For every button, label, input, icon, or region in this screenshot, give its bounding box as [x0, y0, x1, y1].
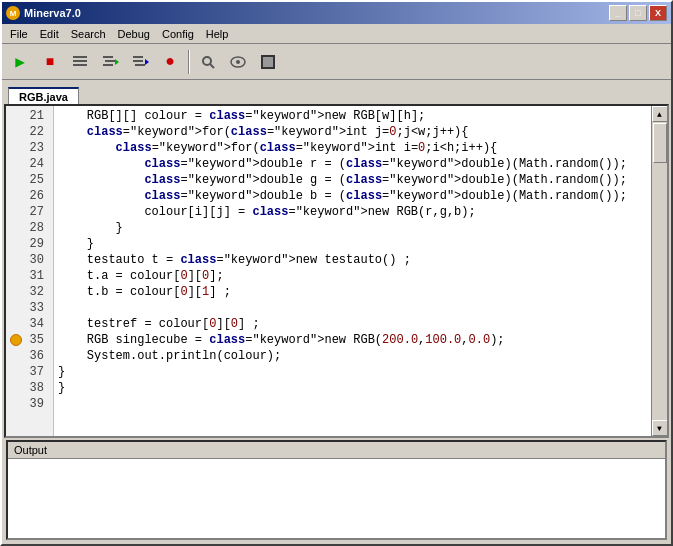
- output-panel: Output: [6, 440, 667, 540]
- title-bar-left: M Minerva7.0: [6, 6, 81, 20]
- app-icon: M: [6, 6, 20, 20]
- code-area: 21 22 23 24 25 26 27 28 29 30: [6, 106, 651, 436]
- code-line: t.b = colour[0][1] ;: [58, 284, 647, 300]
- line-number-row: 32: [6, 284, 53, 300]
- output-label: Output: [14, 444, 47, 456]
- toolbar: ▶ ■ ●: [2, 44, 671, 80]
- toolbar-separator-1: [188, 50, 190, 74]
- main-window: M Minerva7.0 _ □ X File Edit Search Debu…: [0, 0, 673, 546]
- line-number-row: 33: [6, 300, 53, 316]
- menu-edit[interactable]: Edit: [34, 26, 65, 42]
- line-number-row: 25: [6, 172, 53, 188]
- line-number-row: 26: [6, 188, 53, 204]
- svg-rect-10: [133, 60, 143, 62]
- code-line: t.a = colour[0][0];: [58, 268, 647, 284]
- editor-wrapper: RGB.java 21 22 23 24 25: [4, 82, 669, 438]
- menu-bar: File Edit Search Debug Config Help: [2, 24, 671, 44]
- line-number-row: 38: [6, 380, 53, 396]
- line-number-row: 29: [6, 236, 53, 252]
- window-title: Minerva7.0: [24, 7, 81, 19]
- code-line: class="keyword">double b = (class="keywo…: [58, 188, 647, 204]
- line-number-row: 31: [6, 268, 53, 284]
- svg-marker-8: [115, 59, 119, 65]
- svg-line-14: [210, 64, 214, 68]
- menu-help[interactable]: Help: [200, 26, 235, 42]
- line-number-row: 35: [6, 332, 53, 348]
- line-number-row: 34: [6, 316, 53, 332]
- svg-rect-5: [103, 56, 113, 58]
- svg-rect-4: [73, 64, 87, 66]
- minimize-button[interactable]: _: [609, 5, 627, 21]
- run-button[interactable]: ▶: [6, 48, 34, 76]
- code-line: testref = colour[0][0] ;: [58, 316, 647, 332]
- code-line: System.out.println(colour);: [58, 348, 647, 364]
- editor-container[interactable]: 21 22 23 24 25 26 27 28 29 30: [4, 104, 669, 438]
- output-content: [8, 459, 665, 535]
- line-number-row: 37: [6, 364, 53, 380]
- svg-rect-2: [73, 56, 87, 58]
- svg-rect-18: [263, 57, 273, 67]
- code-line: class="keyword">for(class="keyword">int …: [58, 124, 647, 140]
- code-line: RGB[][] colour = class="keyword">new RGB…: [58, 108, 647, 124]
- tab-bar: RGB.java: [4, 82, 669, 104]
- code-line: }: [58, 236, 647, 252]
- main-content: RGB.java 21 22 23 24 25: [2, 80, 671, 544]
- svg-rect-3: [73, 60, 87, 62]
- maximize-button[interactable]: □: [629, 5, 647, 21]
- stop-button[interactable]: ■: [36, 48, 64, 76]
- step-out-button[interactable]: [126, 48, 154, 76]
- search-toolbar-button[interactable]: [194, 48, 222, 76]
- code-line: testauto t = class="keyword">new testaut…: [58, 252, 647, 268]
- svg-rect-11: [135, 64, 145, 66]
- svg-point-13: [203, 57, 211, 65]
- scrollbar-thumb[interactable]: [653, 123, 667, 163]
- menu-debug[interactable]: Debug: [112, 26, 156, 42]
- line-number-row: 27: [6, 204, 53, 220]
- output-header: Output: [8, 442, 665, 459]
- scrollbar-track[interactable]: [652, 122, 668, 420]
- scroll-up-button[interactable]: ▲: [652, 106, 668, 122]
- code-line: class="keyword">double r = (class="keywo…: [58, 156, 647, 172]
- code-content[interactable]: RGB[][] colour = class="keyword">new RGB…: [54, 106, 651, 436]
- tab-rgb-java[interactable]: RGB.java: [8, 87, 79, 105]
- line-number-row: 28: [6, 220, 53, 236]
- svg-marker-12: [145, 59, 149, 65]
- line-number-row: 24: [6, 156, 53, 172]
- line-number-row: 36: [6, 348, 53, 364]
- code-line: }: [58, 220, 647, 236]
- svg-rect-9: [133, 56, 143, 58]
- line-number-row: 23: [6, 140, 53, 156]
- title-bar: M Minerva7.0 _ □ X: [2, 2, 671, 24]
- code-line: }: [58, 380, 647, 396]
- svg-text:M: M: [10, 9, 17, 18]
- watch-button[interactable]: [224, 48, 252, 76]
- svg-point-16: [236, 60, 240, 64]
- step-into-button[interactable]: [96, 48, 124, 76]
- scroll-down-button[interactable]: ▼: [652, 420, 668, 436]
- code-line: [58, 396, 647, 412]
- menu-config[interactable]: Config: [156, 26, 200, 42]
- breakpoint-button[interactable]: [254, 48, 282, 76]
- svg-rect-6: [105, 60, 115, 62]
- code-line: class="keyword">double g = (class="keywo…: [58, 172, 647, 188]
- line-number-row: 30: [6, 252, 53, 268]
- step-over-button[interactable]: [66, 48, 94, 76]
- code-line: RGB singlecube = class="keyword">new RGB…: [58, 332, 647, 348]
- title-bar-buttons: _ □ X: [609, 5, 667, 21]
- line-number-row: 39: [6, 396, 53, 412]
- menu-search[interactable]: Search: [65, 26, 112, 42]
- line-number-row: 22: [6, 124, 53, 140]
- close-button[interactable]: X: [649, 5, 667, 21]
- record-button[interactable]: ●: [156, 48, 184, 76]
- vertical-scrollbar[interactable]: ▲ ▼: [651, 106, 667, 436]
- code-line: [58, 300, 647, 316]
- line-number-row: 21: [6, 108, 53, 124]
- code-line: colour[i][j] = class="keyword">new RGB(r…: [58, 204, 647, 220]
- code-line: class="keyword">for(class="keyword">int …: [58, 140, 647, 156]
- svg-rect-7: [103, 64, 113, 66]
- code-line: }: [58, 364, 647, 380]
- menu-file[interactable]: File: [4, 26, 34, 42]
